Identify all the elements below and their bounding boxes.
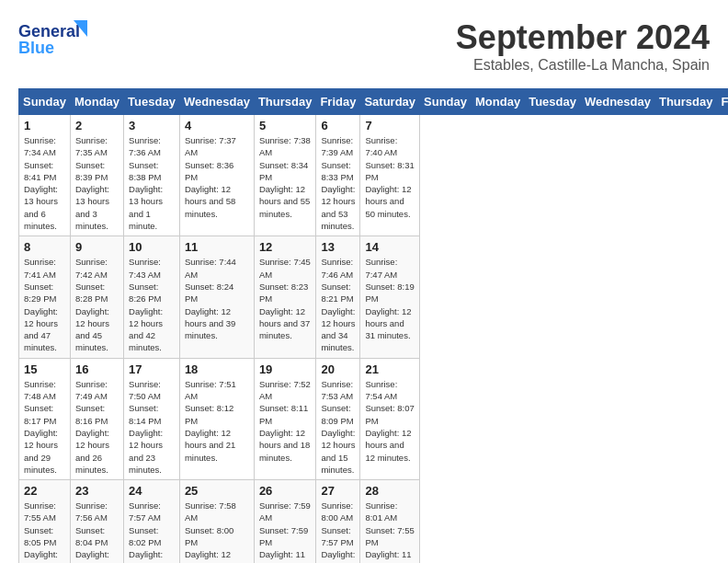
day-number: 4 [185,119,249,132]
calendar-cell: 27Sunrise: 8:00 AMSunset: 7:57 PMDayligh… [316,480,360,563]
header-row: SundayMondayTuesdayWednesdayThursdayFrid… [19,89,729,115]
day-number: 6 [321,119,355,132]
calendar-cell: 15Sunrise: 7:48 AMSunset: 8:17 PMDayligh… [19,358,71,479]
day-number: 26 [259,484,312,498]
calendar-table: SundayMondayTuesdayWednesdayThursdayFrid… [18,88,728,563]
calendar-cell: 4Sunrise: 7:37 AMSunset: 8:36 PMDaylight… [179,115,254,236]
col-header-sunday: Sunday [19,89,71,115]
week-row-3: 15Sunrise: 7:48 AMSunset: 8:17 PMDayligh… [19,358,729,479]
calendar-cell: 10Sunrise: 7:43 AMSunset: 8:26 PMDayligh… [124,236,180,358]
title-block: September 2024 Estables, Castille-La Man… [456,18,710,74]
day-info: Sunrise: 7:39 AMSunset: 8:33 PMDaylight:… [321,134,355,232]
day-info: Sunrise: 7:36 AMSunset: 8:38 PMDaylight:… [129,134,175,232]
day-number: 19 [259,362,312,376]
day-info: Sunrise: 7:40 AMSunset: 8:31 PMDaylight:… [365,134,415,220]
day-number: 2 [75,119,119,132]
day-number: 16 [75,362,119,376]
day-info: Sunrise: 7:49 AMSunset: 8:16 PMDaylight:… [75,378,119,476]
day-number: 15 [24,362,65,376]
day-number: 9 [75,240,119,254]
day-info: Sunrise: 8:01 AMSunset: 7:55 PMDaylight:… [365,500,415,563]
col-header-tuesday: Tuesday [525,89,581,115]
day-number: 8 [24,240,65,254]
calendar-cell: 23Sunrise: 7:56 AMSunset: 8:04 PMDayligh… [70,480,123,563]
day-number: 5 [259,119,312,132]
week-row-4: 22Sunrise: 7:55 AMSunset: 8:05 PMDayligh… [19,480,729,563]
calendar-cell: 21Sunrise: 7:54 AMSunset: 8:07 PMDayligh… [360,358,420,479]
logo-svg: GeneralBlue [18,18,92,59]
day-info: Sunrise: 7:37 AMSunset: 8:36 PMDaylight:… [185,134,249,220]
svg-text:Blue: Blue [18,39,54,57]
calendar-cell: 25Sunrise: 7:58 AMSunset: 8:00 PMDayligh… [179,480,254,563]
day-info: Sunrise: 7:51 AMSunset: 8:12 PMDaylight:… [185,378,249,464]
col-header-monday: Monday [70,89,123,115]
day-number: 22 [24,484,65,498]
page-header: GeneralBlue September 2024 Estables, Cas… [18,18,710,74]
day-info: Sunrise: 7:53 AMSunset: 8:09 PMDaylight:… [321,378,355,476]
calendar-cell: 8Sunrise: 7:41 AMSunset: 8:29 PMDaylight… [19,236,71,358]
day-number: 10 [129,240,175,254]
calendar-cell: 9Sunrise: 7:42 AMSunset: 8:28 PMDaylight… [70,236,123,358]
day-number: 28 [365,484,415,498]
col-header-thursday: Thursday [254,89,316,115]
calendar-cell: 24Sunrise: 7:57 AMSunset: 8:02 PMDayligh… [124,480,180,563]
day-info: Sunrise: 7:58 AMSunset: 8:00 PMDaylight:… [185,500,249,563]
calendar-cell: 18Sunrise: 7:51 AMSunset: 8:12 PMDayligh… [179,358,254,479]
calendar-cell: 7Sunrise: 7:40 AMSunset: 8:31 PMDaylight… [360,115,420,236]
day-info: Sunrise: 7:41 AMSunset: 8:29 PMDaylight:… [24,256,65,353]
calendar-cell: 22Sunrise: 7:55 AMSunset: 8:05 PMDayligh… [19,480,71,563]
calendar-cell: 20Sunrise: 7:53 AMSunset: 8:09 PMDayligh… [316,358,360,479]
week-row-1: 1Sunrise: 7:34 AMSunset: 8:41 PMDaylight… [19,115,729,236]
day-number: 27 [321,484,355,498]
day-info: Sunrise: 7:46 AMSunset: 8:21 PMDaylight:… [321,256,355,353]
day-number: 25 [185,484,249,498]
day-info: Sunrise: 8:00 AMSunset: 7:57 PMDaylight:… [321,500,355,563]
day-info: Sunrise: 7:38 AMSunset: 8:34 PMDaylight:… [259,134,312,220]
location: Estables, Castille-La Mancha, Spain [456,57,710,74]
day-number: 24 [129,484,175,498]
calendar-cell: 26Sunrise: 7:59 AMSunset: 7:59 PMDayligh… [254,480,316,563]
day-info: Sunrise: 7:50 AMSunset: 8:14 PMDaylight:… [129,378,175,476]
col-header-friday: Friday [316,89,360,115]
calendar-cell: 14Sunrise: 7:47 AMSunset: 8:19 PMDayligh… [360,236,420,358]
col-header-monday: Monday [472,89,525,115]
calendar-cell: 28Sunrise: 8:01 AMSunset: 7:55 PMDayligh… [360,480,420,563]
day-number: 1 [24,119,65,132]
col-header-sunday: Sunday [420,89,472,115]
col-header-thursday: Thursday [654,89,717,115]
col-header-friday: Friday [717,89,728,115]
day-number: 12 [259,240,312,254]
calendar-cell: 16Sunrise: 7:49 AMSunset: 8:16 PMDayligh… [70,358,123,479]
day-info: Sunrise: 7:45 AMSunset: 8:23 PMDaylight:… [259,256,312,341]
day-info: Sunrise: 7:48 AMSunset: 8:17 PMDaylight:… [24,378,65,476]
col-header-wednesday: Wednesday [580,89,654,115]
day-number: 13 [321,240,355,254]
day-number: 7 [365,119,415,132]
svg-text:General: General [18,22,80,40]
day-info: Sunrise: 7:42 AMSunset: 8:28 PMDaylight:… [75,256,119,353]
day-info: Sunrise: 7:54 AMSunset: 8:07 PMDaylight:… [365,378,415,464]
day-info: Sunrise: 7:52 AMSunset: 8:11 PMDaylight:… [259,378,312,464]
calendar-cell: 12Sunrise: 7:45 AMSunset: 8:23 PMDayligh… [254,236,316,358]
day-info: Sunrise: 7:43 AMSunset: 8:26 PMDaylight:… [129,256,175,353]
day-number: 21 [365,362,415,376]
col-header-wednesday: Wednesday [179,89,254,115]
logo: GeneralBlue [18,18,92,59]
calendar-cell: 11Sunrise: 7:44 AMSunset: 8:24 PMDayligh… [179,236,254,358]
day-info: Sunrise: 7:59 AMSunset: 7:59 PMDaylight:… [259,500,312,563]
week-row-2: 8Sunrise: 7:41 AMSunset: 8:29 PMDaylight… [19,236,729,358]
day-info: Sunrise: 7:35 AMSunset: 8:39 PMDaylight:… [75,134,119,232]
calendar-cell: 13Sunrise: 7:46 AMSunset: 8:21 PMDayligh… [316,236,360,358]
calendar-cell: 19Sunrise: 7:52 AMSunset: 8:11 PMDayligh… [254,358,316,479]
calendar-cell: 2Sunrise: 7:35 AMSunset: 8:39 PMDaylight… [70,115,123,236]
col-header-tuesday: Tuesday [124,89,180,115]
day-info: Sunrise: 7:47 AMSunset: 8:19 PMDaylight:… [365,256,415,341]
day-info: Sunrise: 7:55 AMSunset: 8:05 PMDaylight:… [24,500,65,563]
day-info: Sunrise: 7:34 AMSunset: 8:41 PMDaylight:… [24,134,65,232]
day-number: 17 [129,362,175,376]
calendar-cell: 3Sunrise: 7:36 AMSunset: 8:38 PMDaylight… [124,115,180,236]
day-info: Sunrise: 7:57 AMSunset: 8:02 PMDaylight:… [129,500,175,563]
calendar-cell: 1Sunrise: 7:34 AMSunset: 8:41 PMDaylight… [19,115,71,236]
calendar-cell: 5Sunrise: 7:38 AMSunset: 8:34 PMDaylight… [254,115,316,236]
col-header-saturday: Saturday [360,89,420,115]
